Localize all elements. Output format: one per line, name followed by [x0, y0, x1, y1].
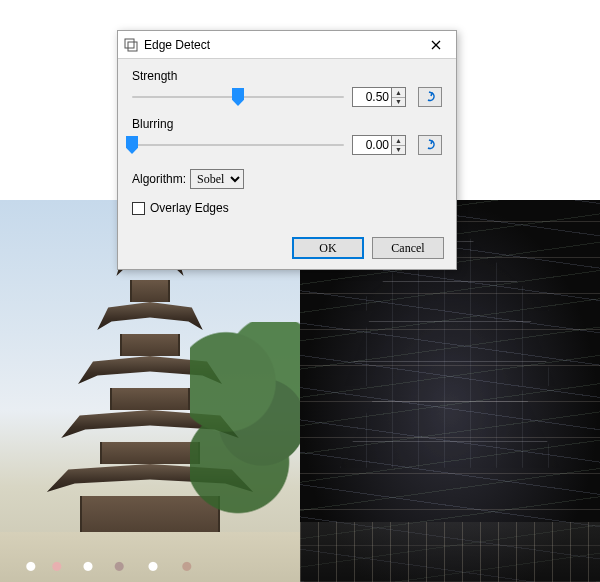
strength-slider[interactable]: [132, 88, 344, 106]
blurring-label: Blurring: [132, 117, 442, 131]
algorithm-label: Algorithm:: [132, 172, 186, 186]
titlebar[interactable]: Edge Detect: [118, 31, 456, 59]
strength-label: Strength: [132, 69, 442, 83]
algorithm-select[interactable]: Sobel: [190, 169, 244, 189]
strength-reset-button[interactable]: [418, 87, 442, 107]
spin-up-icon[interactable]: ▲: [392, 136, 405, 146]
overlay-edges-checkbox[interactable]: [132, 202, 145, 215]
blurring-input[interactable]: [352, 135, 392, 155]
undo-icon: [423, 139, 437, 151]
overlay-edges-label: Overlay Edges: [150, 201, 229, 215]
strength-spinner[interactable]: ▲ ▼: [392, 87, 406, 107]
cancel-button[interactable]: Cancel: [372, 237, 444, 259]
close-icon: [431, 40, 441, 50]
blurring-spinner[interactable]: ▲ ▼: [392, 135, 406, 155]
dialog-title: Edge Detect: [144, 38, 416, 52]
ok-button[interactable]: OK: [292, 237, 364, 259]
undo-icon: [423, 91, 437, 103]
blurring-slider[interactable]: [132, 136, 344, 154]
edge-detect-dialog: Edge Detect Strength ▲ ▼: [117, 30, 457, 270]
close-button[interactable]: [416, 31, 456, 58]
svg-rect-1: [128, 42, 137, 51]
tree-illustration: [190, 322, 300, 522]
spin-up-icon[interactable]: ▲: [392, 88, 405, 98]
blurring-slider-thumb[interactable]: [126, 136, 138, 154]
app-icon: [124, 38, 138, 52]
workspace: Edge Detect Strength ▲ ▼: [0, 0, 600, 582]
svg-rect-0: [125, 39, 134, 48]
ground-illustration: [0, 532, 300, 582]
strength-slider-thumb[interactable]: [232, 88, 244, 106]
spin-down-icon[interactable]: ▼: [392, 98, 405, 107]
spin-down-icon[interactable]: ▼: [392, 146, 405, 155]
strength-input[interactable]: [352, 87, 392, 107]
blurring-reset-button[interactable]: [418, 135, 442, 155]
